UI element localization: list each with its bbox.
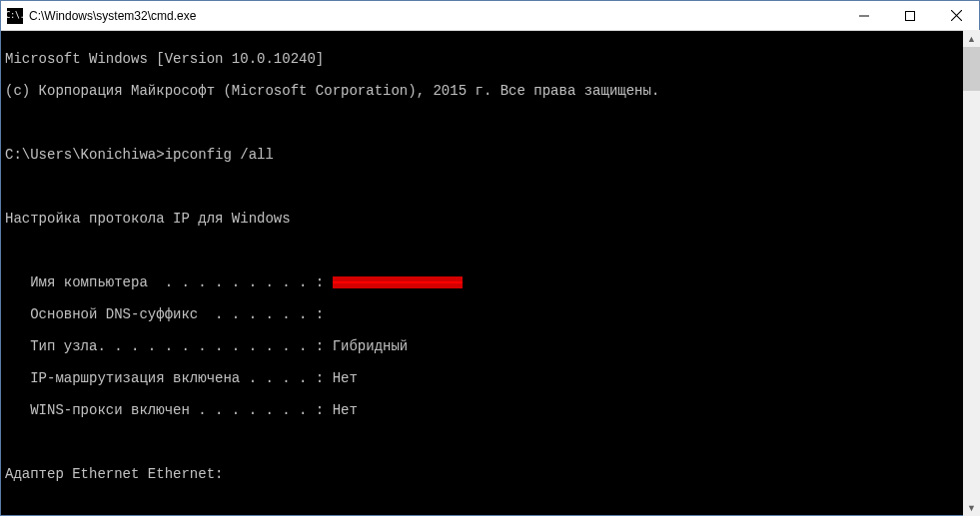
blank-line — [5, 179, 977, 195]
maximize-button[interactable] — [887, 1, 933, 30]
blank-line — [5, 498, 977, 514]
command-text: ipconfig /all — [165, 147, 274, 163]
blank-line — [5, 434, 977, 450]
scroll-up-button[interactable]: ▲ — [963, 30, 980, 47]
output-line: (с) Корпорация Майкрософт (Microsoft Cor… — [5, 83, 977, 99]
output-line: Основной DNS-суффикс . . . . . . : — [5, 306, 977, 322]
cmd-icon: C:\. — [7, 8, 23, 24]
vertical-scrollbar[interactable]: ▲ ▼ — [963, 30, 980, 516]
output-line: Microsoft Windows [Version 10.0.10240] — [5, 51, 977, 67]
redacted-hostname — [333, 276, 463, 288]
section-title: Настройка протокола IP для Windows — [5, 211, 977, 227]
close-button[interactable] — [933, 1, 979, 30]
output-line: Тип узла. . . . . . . . . . . . . : Гибр… — [5, 338, 977, 354]
scroll-track[interactable] — [963, 47, 980, 499]
scroll-down-button[interactable]: ▼ — [963, 499, 980, 516]
scroll-thumb[interactable] — [963, 47, 980, 91]
titlebar[interactable]: C:\. C:\Windows\system32\cmd.exe — [1, 1, 979, 31]
blank-line — [5, 243, 977, 258]
output-line: Имя компьютера . . . . . . . . . : — [5, 274, 977, 290]
window-title: C:\Windows\system32\cmd.exe — [29, 9, 841, 23]
console-area[interactable]: Microsoft Windows [Version 10.0.10240] (… — [1, 31, 979, 515]
window-buttons — [841, 1, 979, 30]
output-line: WINS-прокси включен . . . . . . . : Нет — [5, 402, 977, 418]
prompt: C:\Users\Konichiwa> — [5, 147, 165, 163]
prompt-line: C:\Users\Konichiwa>ipconfig /all — [5, 147, 977, 163]
minimize-button[interactable] — [841, 1, 887, 30]
blank-line — [5, 115, 977, 131]
adapter-title: Адаптер Ethernet Ethernet: — [5, 466, 977, 482]
output-line: IP-маршрутизация включена . . . . : Нет — [5, 370, 977, 386]
svg-rect-1 — [906, 11, 915, 20]
